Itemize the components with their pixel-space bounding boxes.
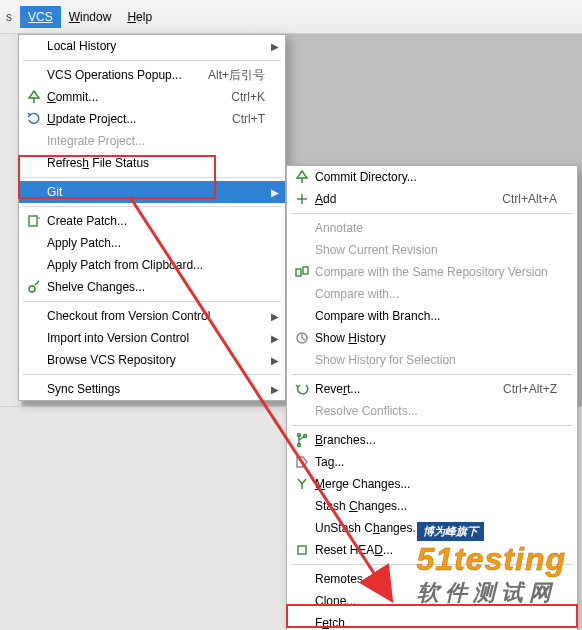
svg-rect-0 bbox=[29, 216, 37, 226]
label: Merge Changes... bbox=[315, 477, 557, 491]
mi-compare-branch[interactable]: Compare with Branch... bbox=[287, 305, 577, 327]
blank-icon bbox=[25, 257, 43, 273]
label: Resolve Conflicts... bbox=[315, 404, 557, 418]
label: Browse VCS Repository bbox=[47, 353, 265, 367]
svg-rect-14 bbox=[298, 546, 306, 554]
add-icon bbox=[293, 191, 311, 207]
mi-reset-head[interactable]: Reset HEAD... bbox=[287, 539, 577, 561]
mi-commit-directory[interactable]: Commit Directory... bbox=[287, 166, 577, 188]
blank-icon bbox=[25, 352, 43, 368]
label: Commit Directory... bbox=[315, 170, 557, 184]
reset-icon bbox=[293, 542, 311, 558]
shortcut: Ctrl+Alt+A bbox=[502, 192, 557, 206]
mi-sync-settings[interactable]: Sync Settings ▶ bbox=[19, 378, 285, 400]
mi-compare-same-repo: Compare with the Same Repository Version bbox=[287, 261, 577, 283]
label: Stash Changes... bbox=[315, 499, 557, 513]
label: Show Current Revision bbox=[315, 243, 557, 257]
tag-icon bbox=[293, 454, 311, 470]
mi-checkout-vc[interactable]: Checkout from Version Control ▶ bbox=[19, 305, 285, 327]
mi-commit[interactable]: Commit... Ctrl+K bbox=[19, 86, 285, 108]
mi-add[interactable]: Add Ctrl+Alt+A bbox=[287, 188, 577, 210]
mi-local-history[interactable]: Local History ▶ bbox=[19, 35, 285, 57]
mi-clone[interactable]: Clone... bbox=[287, 590, 577, 612]
label: Compare with the Same Repository Version bbox=[315, 265, 557, 279]
label: Apply Patch... bbox=[47, 236, 265, 250]
blank-icon bbox=[25, 308, 43, 324]
mi-shelve-changes[interactable]: Shelve Changes... bbox=[19, 276, 285, 298]
branches-icon bbox=[293, 432, 311, 448]
mi-remotes[interactable]: Remotes... bbox=[287, 568, 577, 590]
mi-merge-changes[interactable]: Merge Changes... bbox=[287, 473, 577, 495]
blank-icon bbox=[293, 615, 311, 630]
patch-icon bbox=[25, 213, 43, 229]
blank-icon bbox=[293, 242, 311, 258]
mi-git[interactable]: Git ▶ bbox=[19, 181, 285, 203]
label: Compare with... bbox=[315, 287, 557, 301]
svg-line-10 bbox=[302, 338, 305, 340]
mi-fetch[interactable]: Fetch bbox=[287, 612, 577, 630]
update-icon bbox=[25, 111, 43, 127]
mi-update-project[interactable]: Update Project... Ctrl+T bbox=[19, 108, 285, 130]
label: Clone... bbox=[315, 594, 557, 608]
mi-create-patch[interactable]: Create Patch... bbox=[19, 210, 285, 232]
blank-icon bbox=[293, 286, 311, 302]
label: Reset HEAD... bbox=[315, 543, 557, 557]
blank-icon bbox=[293, 403, 311, 419]
mi-apply-patch-clipboard[interactable]: Apply Patch from Clipboard... bbox=[19, 254, 285, 276]
label: Show History for Selection bbox=[315, 353, 557, 367]
mi-apply-patch[interactable]: Apply Patch... bbox=[19, 232, 285, 254]
label: Branches... bbox=[315, 433, 557, 447]
mi-refresh-file-status[interactable]: Refresh File Status bbox=[19, 152, 285, 174]
blank-icon bbox=[25, 155, 43, 171]
label: Create Patch... bbox=[47, 214, 265, 228]
label: Import into Version Control bbox=[47, 331, 265, 345]
history-icon bbox=[293, 330, 311, 346]
blank-icon bbox=[25, 38, 43, 54]
mi-show-history[interactable]: Show History bbox=[287, 327, 577, 349]
mi-browse-repo[interactable]: Browse VCS Repository ▶ bbox=[19, 349, 285, 371]
label: Show History bbox=[315, 331, 557, 345]
mi-revert[interactable]: Revert... Ctrl+Alt+Z bbox=[287, 378, 577, 400]
svg-rect-7 bbox=[303, 267, 308, 274]
merge-icon bbox=[293, 476, 311, 492]
mi-vcs-operations-popup[interactable]: VCS Operations Popup... Alt+后引号 bbox=[19, 64, 285, 86]
label: Compare with Branch... bbox=[315, 309, 557, 323]
submenu-arrow-icon: ▶ bbox=[271, 384, 279, 395]
blank-icon bbox=[25, 133, 43, 149]
mi-stash-changes[interactable]: Stash Changes... bbox=[287, 495, 577, 517]
label: Shelve Changes... bbox=[47, 280, 265, 294]
blank-icon bbox=[293, 593, 311, 609]
svg-point-2 bbox=[29, 286, 35, 292]
menu-truncated[interactable]: s bbox=[6, 6, 16, 28]
shortcut: Ctrl+K bbox=[231, 90, 265, 104]
blank-icon bbox=[293, 352, 311, 368]
label: Annotate bbox=[315, 221, 557, 235]
commit-icon bbox=[25, 89, 43, 105]
label: VCS Operations Popup... bbox=[47, 68, 184, 82]
mi-unstash-changes[interactable]: UnStash Changes... bbox=[287, 517, 577, 539]
revert-icon bbox=[293, 381, 311, 397]
blank-icon bbox=[25, 184, 43, 200]
shelve-icon bbox=[25, 279, 43, 295]
vcs-dropdown: Local History ▶ VCS Operations Popup... … bbox=[18, 34, 286, 401]
mi-integrate-project: Integrate Project... bbox=[19, 130, 285, 152]
menu-help[interactable]: Help bbox=[119, 6, 160, 28]
submenu-arrow-icon: ▶ bbox=[271, 187, 279, 198]
mi-show-history-selection: Show History for Selection bbox=[287, 349, 577, 371]
mi-tag[interactable]: Tag... bbox=[287, 451, 577, 473]
label: Local History bbox=[47, 39, 265, 53]
shortcut: Alt+后引号 bbox=[208, 67, 265, 84]
label: Sync Settings bbox=[47, 382, 265, 396]
submenu-arrow-icon: ▶ bbox=[271, 355, 279, 366]
mi-import-vc[interactable]: Import into Version Control ▶ bbox=[19, 327, 285, 349]
menu-window[interactable]: Window bbox=[61, 6, 120, 28]
menu-vcs[interactable]: VCS bbox=[20, 6, 61, 28]
menubar: s VCS Window Help bbox=[0, 0, 582, 34]
label: Revert... bbox=[315, 382, 479, 396]
mi-annotate: Annotate bbox=[287, 217, 577, 239]
label: Commit... bbox=[47, 90, 207, 104]
label: Add bbox=[315, 192, 478, 206]
mi-branches[interactable]: Branches... bbox=[287, 429, 577, 451]
label: Refresh File Status bbox=[47, 156, 265, 170]
blank-icon bbox=[293, 498, 311, 514]
